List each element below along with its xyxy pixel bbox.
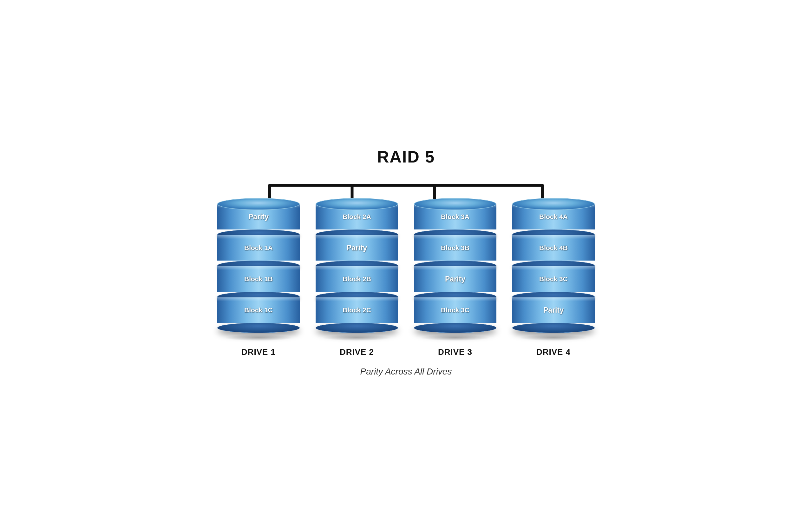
drive-4-segment-4: Parity — [512, 297, 595, 333]
drive-4-segment-2: Block 4B — [512, 235, 595, 271]
drive-4-column: Block 4A Block 4B Block 3C — [512, 198, 595, 357]
drive-1-top-cap — [217, 198, 300, 210]
drive-1-segment-3-label: Block 1B — [244, 275, 273, 283]
drive-3-segment-4: Block 3C — [414, 297, 496, 333]
drive-3-column: Block 3A Block 3B Parity — [414, 198, 496, 357]
drive-4-segment-3-label: Block 3C — [539, 275, 568, 283]
drive-3-segment-3: Parity — [414, 266, 496, 302]
drive-4-segment-2-label: Block 4B — [539, 244, 568, 252]
drive-2-column: Block 2A Parity Block 2B — [316, 198, 398, 357]
drive-1-shadow — [224, 334, 293, 341]
drive-4-segment-4-label: Parity — [543, 306, 564, 314]
drive-3-label: DRIVE 3 — [438, 347, 472, 357]
drive-1-segment-4-bottom — [217, 323, 300, 333]
drive-2-segment-2-label: Parity — [347, 244, 367, 252]
drive-4-label: DRIVE 4 — [536, 347, 571, 357]
drive-1-segment-4-face: Block 1C — [217, 297, 300, 323]
drive-1-label: DRIVE 1 — [241, 347, 276, 357]
drive-4-cylinder: Block 4A Block 4B Block 3C — [512, 198, 595, 341]
drives-row: Parity Block 1A Block 1B — [217, 198, 595, 357]
drive-2-segment-2: Parity — [316, 235, 398, 271]
drive-2-label: DRIVE 2 — [340, 347, 374, 357]
drive-2-segment-3-label: Block 2B — [342, 275, 371, 283]
drive-2-segment-3-face: Block 2B — [316, 266, 398, 292]
drive-3-top-cap — [414, 198, 496, 210]
drive-1-segment-2-face: Block 1A — [217, 235, 300, 261]
drive-4-top-cap — [512, 198, 595, 210]
drive-2-segment-3: Block 2B — [316, 266, 398, 302]
drive-1-segment-3-face: Block 1B — [217, 266, 300, 292]
drive-1-segment-4: Block 1C — [217, 297, 300, 333]
drive-3-cylinder: Block 3A Block 3B Parity — [414, 198, 496, 341]
page-title: RAID 5 — [377, 147, 435, 166]
drive-4-shadow — [519, 334, 588, 341]
drive-4-segment-1-label: Block 4A — [539, 213, 568, 220]
drive-2-shadow — [322, 334, 392, 341]
drive-1-column: Parity Block 1A Block 1B — [217, 198, 300, 357]
drive-3-shadow — [420, 334, 490, 341]
drive-2-segment-4-label: Block 2C — [342, 306, 371, 314]
drive-3-segment-4-bottom — [414, 323, 496, 333]
drive-3-segment-3-label: Parity — [445, 275, 465, 283]
drive-1-segment-1-label: Parity — [248, 213, 269, 221]
drive-1-segment-2: Block 1A — [217, 235, 300, 271]
drive-4-segment-2-face: Block 4B — [512, 235, 595, 261]
drive-2-segment-4-bottom — [316, 323, 398, 333]
drive-3-segment-2-face: Block 3B — [414, 235, 496, 261]
drive-2-segment-2-face: Parity — [316, 235, 398, 261]
drive-1-segment-3: Block 1B — [217, 266, 300, 302]
drive-3-segment-2-label: Block 3B — [441, 244, 470, 252]
drive-3-segment-3-face: Parity — [414, 266, 496, 292]
drive-2-segment-4: Block 2C — [316, 297, 398, 333]
drive-3-segment-2: Block 3B — [414, 235, 496, 271]
drive-3-segment-1-label: Block 3A — [441, 213, 470, 220]
drive-2-segment-4-face: Block 2C — [316, 297, 398, 323]
drive-2-top-cap — [316, 198, 398, 210]
drive-4-segment-4-face: Parity — [512, 297, 595, 323]
drive-1-cylinder: Parity Block 1A Block 1B — [217, 198, 300, 341]
drive-3-segment-4-face: Block 3C — [414, 297, 496, 323]
drive-1-segment-4-label: Block 1C — [244, 306, 273, 314]
drive-4-segment-3-face: Block 3C — [512, 266, 595, 292]
drive-2-cylinder: Block 2A Parity Block 2B — [316, 198, 398, 341]
drive-1-segment-2-label: Block 1A — [244, 244, 273, 252]
drive-4-segment-3: Block 3C — [512, 266, 595, 302]
drive-2-segment-1-label: Block 2A — [342, 213, 371, 220]
diagram-container: RAID 5 Parity — [198, 134, 614, 390]
drive-4-segment-4-bottom — [512, 323, 595, 333]
drive-3-segment-4-label: Block 3C — [441, 306, 470, 314]
subtitle: Parity Across All Drives — [360, 366, 452, 377]
